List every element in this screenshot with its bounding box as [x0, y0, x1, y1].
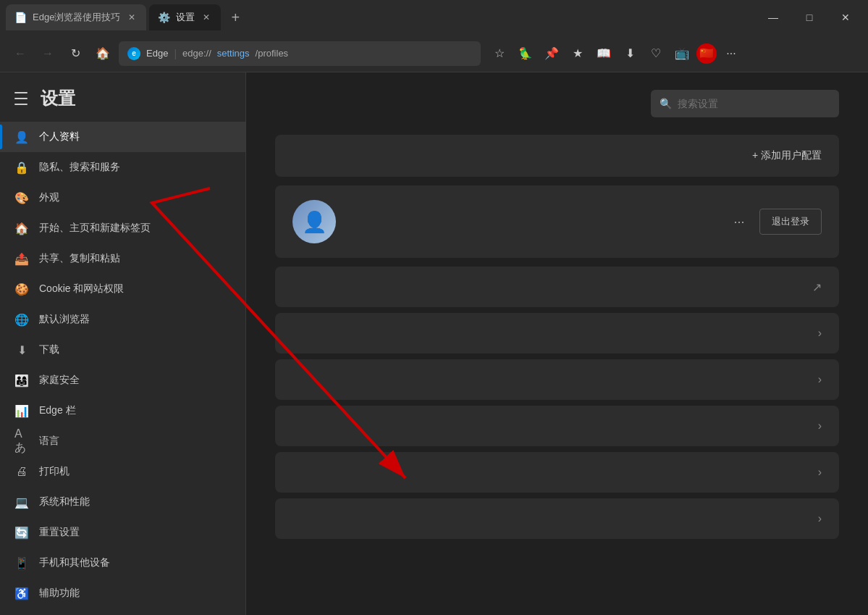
hearts-icon[interactable]: ♡ — [644, 42, 667, 65]
print-icon: 🖨 — [14, 464, 29, 479]
external-link-icon-1: ↗ — [812, 280, 822, 294]
add-profile-button[interactable]: + 添加用户配置 — [292, 149, 822, 162]
copilot-icon[interactable]: 🦜 — [514, 42, 537, 65]
download-icon[interactable]: ⬇ — [618, 42, 641, 65]
maximize-button[interactable]: □ — [793, 6, 826, 29]
cast-icon[interactable]: 📺 — [670, 42, 694, 65]
menu-line-2 — [14, 98, 28, 99]
star-icon[interactable]: ★ — [566, 42, 589, 65]
tab-1[interactable]: 📄 Edge浏览器使用技巧 ✕ — [6, 4, 146, 30]
sidebar-item-cookies[interactable]: 🍪 Cookie 和网站权限 — [0, 274, 245, 304]
list-item-row-3[interactable]: › — [275, 359, 839, 400]
close-button[interactable]: ✕ — [829, 6, 862, 29]
appearance-icon: 🎨 — [14, 191, 29, 205]
tab-1-close[interactable]: ✕ — [126, 12, 138, 23]
sidebar-item-edgebar[interactable]: 📊 Edge 栏 — [0, 396, 245, 426]
chevron-icon-5: › — [818, 466, 822, 479]
list-item-right-3: › — [818, 373, 822, 386]
chevron-icon-6: › — [818, 512, 822, 525]
china-flag-icon[interactable]: 🇨🇳 — [696, 43, 717, 64]
toolbar-icons: ☆ 🦜 📌 ★ 📖 ⬇ ♡ 📺 🇨🇳 ··· — [488, 42, 743, 65]
sidebar-item-mobile-label: 手机和其他设备 — [39, 556, 110, 569]
tab-2-favicon: ⚙️ — [158, 12, 170, 23]
menu-icon[interactable] — [14, 90, 32, 107]
menu-line-3 — [14, 104, 28, 105]
system-icon: 💻 — [14, 495, 29, 509]
sidebar-item-browser-label: 默认浏览器 — [39, 313, 90, 326]
tab-1-label: Edge浏览器使用技巧 — [33, 11, 120, 24]
content-area: 🔍 + 添加用户配置 👤 ··· 退出登录 — [246, 72, 868, 615]
list-item-right-1: ↗ — [812, 280, 822, 294]
list-item-row-1[interactable]: ↗ — [275, 267, 839, 307]
home-button[interactable]: 🏠 — [91, 42, 114, 65]
sidebar-item-profile-label: 个人资料 — [39, 130, 80, 143]
list-item-row-5[interactable]: › — [275, 452, 839, 493]
browser-icon: 🌐 — [14, 312, 29, 327]
window-controls: — □ ✕ — [757, 6, 862, 29]
list-item-right-6: › — [818, 512, 822, 525]
profile-actions: ··· 退出登录 — [728, 209, 822, 235]
list-item-row-4[interactable]: › — [275, 406, 839, 446]
sidebar-item-share[interactable]: 📤 共享、复制和粘贴 — [0, 243, 245, 274]
mobile-icon: 📱 — [14, 556, 29, 570]
url-prefix: edge:// — [182, 48, 211, 59]
minimize-button[interactable]: — — [757, 6, 790, 29]
add-profile-label: + 添加用户配置 — [752, 149, 822, 162]
sidebar-item-privacy[interactable]: 🔒 隐私、搜索和服务 — [0, 152, 245, 183]
sidebar-item-family-label: 家庭安全 — [39, 374, 80, 387]
tab-2[interactable]: ⚙️ 设置 ✕ — [149, 4, 221, 30]
sidebar-item-print[interactable]: 🖨 打印机 — [0, 456, 245, 487]
sidebar-item-cookies-label: Cookie 和网站权限 — [39, 283, 124, 296]
sidebar-item-reset[interactable]: 🔄 重置设置 — [0, 517, 245, 548]
address-bar: ← → ↻ 🏠 e Edge | edge://settings/profile… — [0, 35, 868, 72]
add-profile-section: + 添加用户配置 — [275, 135, 839, 177]
reading-icon[interactable]: 📖 — [592, 42, 615, 65]
new-tab-button[interactable]: + — [224, 6, 247, 29]
edgebar-icon: 📊 — [14, 403, 29, 418]
sidebar-item-download[interactable]: ⬇ 下载 — [0, 335, 245, 365]
sidebar: 设置 👤 个人资料 🔒 隐私、搜索和服务 🎨 外观 🏠 开始、主页和新建标签页 … — [0, 72, 246, 615]
url-suffix: /profiles — [256, 48, 289, 59]
cookies-icon: 🍪 — [14, 282, 29, 296]
list-item-right-4: › — [818, 419, 822, 432]
family-icon: 👨‍👩‍👧 — [14, 373, 29, 388]
refresh-button[interactable]: ↻ — [64, 42, 87, 65]
sidebar-header: 设置 — [0, 72, 245, 122]
sidebar-item-system[interactable]: 💻 系统和性能 — [0, 487, 245, 517]
edge-icon: e — [127, 47, 140, 60]
sidebar-item-mobile[interactable]: 📱 手机和其他设备 — [0, 548, 245, 578]
profile-card: 👤 ··· 退出登录 — [275, 185, 839, 258]
back-button[interactable]: ← — [9, 42, 32, 65]
sidebar-item-download-label: 下载 — [39, 343, 59, 356]
sidebar-item-appearance[interactable]: 🎨 外观 — [0, 183, 245, 213]
profile-more-button[interactable]: ··· — [728, 210, 751, 233]
sidebar-item-profile[interactable]: 👤 个人资料 — [0, 122, 245, 152]
url-separator: | — [174, 48, 177, 59]
tab-1-favicon: 📄 — [14, 12, 27, 23]
menu-line-1 — [14, 92, 28, 93]
sidebar-item-accessibility[interactable]: ♿ 辅助功能 — [0, 578, 245, 608]
sidebar-item-browser[interactable]: 🌐 默认浏览器 — [0, 304, 245, 335]
list-item-row-6[interactable]: › — [275, 498, 839, 539]
sidebar-item-family[interactable]: 👨‍👩‍👧 家庭安全 — [0, 365, 245, 396]
more-icon[interactable]: ··· — [720, 42, 743, 65]
sidebar-item-accessibility-label: 辅助功能 — [39, 587, 80, 600]
sidebar-title: 设置 — [41, 87, 75, 110]
url-bar[interactable]: e Edge | edge://settings/profiles — [119, 41, 481, 66]
collections-icon[interactable]: 📌 — [540, 42, 563, 65]
forward-button[interactable]: → — [36, 42, 59, 65]
sidebar-item-start[interactable]: 🏠 开始、主页和新建标签页 — [0, 213, 245, 243]
tab-2-close[interactable]: ✕ — [201, 12, 212, 23]
profile-avatar: 👤 — [292, 200, 336, 243]
list-item-row-2[interactable]: › — [275, 313, 839, 353]
search-input[interactable] — [678, 98, 830, 109]
privacy-icon: 🔒 — [14, 160, 29, 175]
sidebar-item-print-label: 打印机 — [39, 465, 69, 478]
sidebar-item-reset-label: 重置设置 — [39, 526, 80, 539]
sidebar-item-language[interactable]: Aあ 语言 — [0, 426, 245, 456]
sidebar-item-edgebar-label: Edge 栏 — [39, 404, 76, 417]
sidebar-item-appearance-label: 外观 — [39, 191, 59, 204]
favorites-icon[interactable]: ☆ — [488, 42, 511, 65]
logout-button[interactable]: 退出登录 — [759, 209, 822, 235]
search-bar[interactable]: 🔍 — [651, 90, 839, 117]
